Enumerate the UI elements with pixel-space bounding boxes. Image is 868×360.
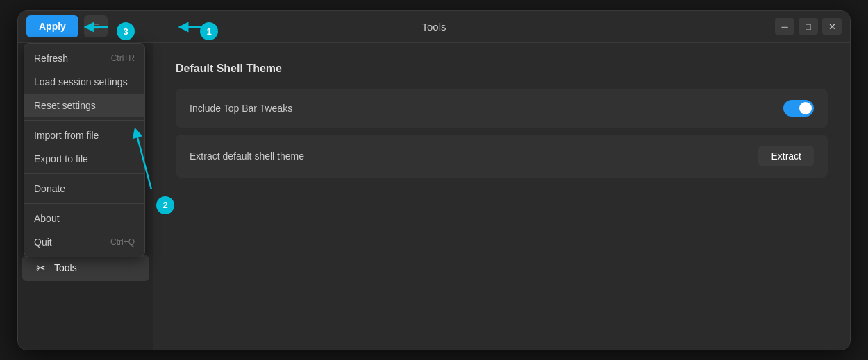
annotation-1: 1 — [200, 22, 218, 40]
menu-divider-3 — [24, 203, 144, 204]
apply-button[interactable]: Apply — [26, 15, 78, 37]
menu-item-refresh-shortcut: Ctrl+R — [111, 53, 135, 63]
extract-theme-label: Extract default shell theme — [190, 151, 304, 162]
menu-divider-2 — [24, 173, 144, 174]
tools-icon: ✂ — [33, 262, 47, 275]
menu-item-about[interactable]: About — [24, 207, 144, 230]
include-topbar-toggle[interactable] — [783, 100, 814, 117]
extract-button[interactable]: Extract — [758, 146, 814, 166]
maximize-button[interactable]: □ — [799, 18, 818, 35]
hamburger-icon: ≡ — [92, 20, 99, 33]
menu-item-quit-label: Quit — [34, 237, 52, 248]
include-topbar-label: Include Top Bar Tweaks — [190, 103, 292, 114]
titlebar-left: Apply 3 ≡ 1 — [26, 15, 108, 37]
titlebar: Apply 3 ≡ 1 Tools ─ □ ✕ — [18, 11, 850, 43]
menu-item-quit-shortcut: Ctrl+Q — [110, 237, 135, 247]
menu-item-import[interactable]: Import from file — [24, 123, 144, 147]
menu-item-refresh[interactable]: Refresh Ctrl+R — [24, 46, 144, 70]
menu-item-export-label: Export to file — [34, 153, 88, 164]
menu-item-export[interactable]: Export to file — [24, 147, 144, 171]
menu-item-donate[interactable]: Donate — [24, 177, 144, 200]
sidebar-item-tools[interactable]: ✂ Tools — [22, 255, 149, 281]
section-title: Default Shell Theme — [176, 62, 828, 75]
window-controls: ─ □ ✕ — [775, 18, 842, 35]
main-content: Default Shell Theme Include Top Bar Twea… — [153, 43, 850, 350]
close-button[interactable]: ✕ — [822, 18, 842, 35]
menu-item-donate-label: Donate — [34, 183, 65, 194]
include-topbar-row: Include Top Bar Tweaks — [176, 89, 828, 128]
minimize-button[interactable]: ─ — [775, 18, 794, 35]
menu-item-about-label: About — [34, 213, 60, 224]
menu-item-import-label: Import from file — [34, 130, 99, 141]
window-title: Tools — [422, 21, 446, 33]
menu-divider-1 — [24, 120, 144, 121]
toggle-knob — [799, 102, 812, 114]
menu-item-quit[interactable]: Quit Ctrl+Q — [24, 230, 144, 254]
menu-item-load-session[interactable]: Load session settings — [24, 70, 144, 94]
annotation-3: 3 — [117, 22, 135, 40]
menu-item-reset-settings-label: Reset settings — [34, 100, 96, 111]
dropdown-menu: Refresh Ctrl+R Load session settings Res… — [24, 43, 145, 257]
menu-item-refresh-label: Refresh — [34, 53, 68, 64]
menu-item-reset-settings[interactable]: Reset settings — [24, 94, 144, 117]
sidebar-item-tools-label: Tools — [54, 262, 77, 273]
menu-item-load-session-label: Load session settings — [34, 76, 128, 87]
app-window: Apply 3 ≡ 1 Tools ─ □ ✕ Refresh Ctrl+R — [17, 10, 851, 350]
menu-button[interactable]: ≡ — [84, 15, 108, 37]
extract-theme-row: Extract default shell theme Extract — [176, 135, 828, 178]
